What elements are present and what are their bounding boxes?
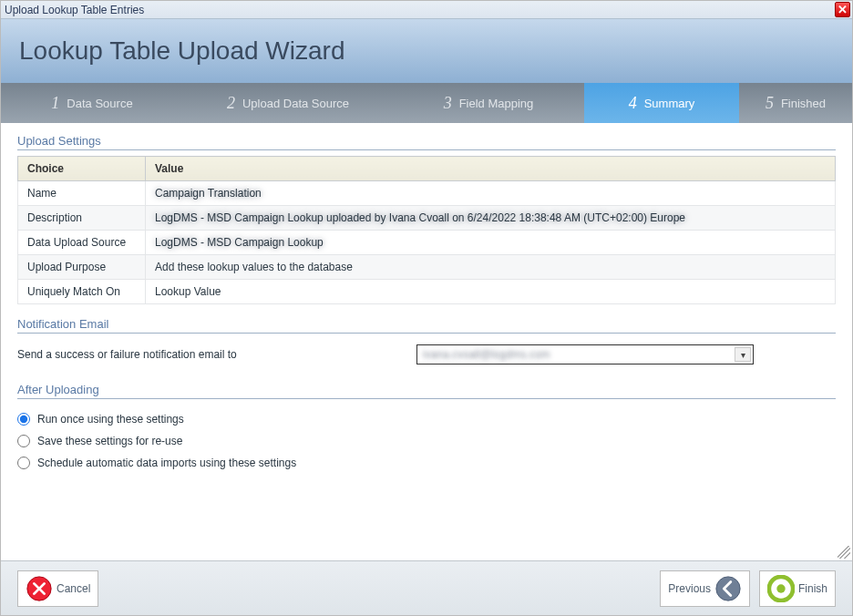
after-uploading-title: After Uploading	[17, 383, 836, 399]
cancel-button[interactable]: Cancel	[17, 570, 98, 607]
notification-label: Send a success or failure notification e…	[17, 348, 237, 361]
wizard-banner: Lookup Table Upload Wizard	[1, 19, 852, 83]
svg-point-3	[776, 584, 785, 592]
wizard-footer: Cancel Previous Finish	[1, 560, 852, 615]
setting-choice: Upload Purpose	[18, 255, 146, 280]
finish-button[interactable]: Finish	[759, 570, 836, 607]
close-icon: ✕	[838, 4, 848, 15]
col-value: Value	[146, 157, 836, 181]
svg-point-1	[716, 576, 740, 600]
setting-choice: Name	[18, 181, 146, 206]
table-row: Uniquely Match OnLookup Value	[18, 280, 836, 304]
arrow-left-icon	[714, 575, 742, 602]
step-data-source[interactable]: 1 Data Source	[1, 83, 183, 123]
setting-choice: Uniquely Match On	[18, 280, 146, 304]
step-label: Finished	[781, 97, 826, 110]
cancel-label: Cancel	[57, 582, 90, 595]
after-uploading-radio[interactable]	[17, 413, 30, 426]
after-uploading-label: Run once using these settings	[37, 413, 184, 426]
wizard-heading: Lookup Table Upload Wizard	[19, 36, 344, 66]
setting-value: LogDMS - MSD Campaign Lookup	[146, 231, 836, 255]
finish-icon	[767, 575, 795, 602]
after-uploading-label: Schedule automatic data imports using th…	[37, 457, 296, 469]
after-uploading-option[interactable]: Schedule automatic data imports using th…	[17, 452, 836, 474]
close-button[interactable]: ✕	[835, 2, 850, 17]
step-summary[interactable]: 4 Summary	[584, 83, 739, 123]
step-number: 5	[766, 94, 774, 113]
setting-value: Lookup Value	[146, 280, 836, 304]
step-number: 4	[629, 94, 637, 113]
titlebar: Upload Lookup Table Entries ✕	[1, 1, 852, 19]
notification-email-value: ivana.cvoall@logdms.com	[423, 348, 731, 361]
step-number: 2	[227, 94, 235, 113]
upload-settings-table: Choice Value NameCampaign TranslationDes…	[17, 156, 836, 304]
step-label: Upload Data Source	[242, 97, 349, 110]
content-area[interactable]: Upload Settings Choice Value NameCampaig…	[1, 123, 852, 560]
step-field-mapping[interactable]: 3 Field Mapping	[393, 83, 584, 123]
step-number: 1	[51, 94, 59, 113]
setting-choice: Data Upload Source	[18, 231, 146, 255]
table-row: NameCampaign Translation	[18, 181, 836, 206]
step-label: Summary	[644, 97, 695, 110]
window-title: Upload Lookup Table Entries	[5, 4, 144, 16]
step-number: 3	[444, 94, 452, 113]
step-finished[interactable]: 5 Finished	[739, 83, 852, 123]
after-uploading-radio[interactable]	[17, 435, 30, 447]
picker-icon: ▾	[741, 350, 745, 360]
table-row: Upload PurposeAdd these lookup values to…	[18, 255, 836, 280]
table-row: Data Upload SourceLogDMS - MSD Campaign …	[18, 231, 836, 255]
email-picker-button[interactable]: ▾	[735, 347, 751, 362]
previous-button[interactable]: Previous	[660, 570, 750, 607]
notification-email-title: Notification Email	[17, 317, 836, 334]
table-row: DescriptionLogDMS - MSD Campaign Lookup …	[18, 206, 836, 231]
finish-label: Finish	[798, 582, 827, 595]
step-upload-data-source[interactable]: 2 Upload Data Source	[183, 83, 393, 123]
step-label: Field Mapping	[459, 97, 534, 110]
resize-grip[interactable]	[838, 546, 850, 559]
after-uploading-options: Run once using these settingsSave these …	[17, 405, 836, 477]
col-choice: Choice	[18, 157, 146, 181]
after-uploading-option[interactable]: Run once using these settings	[17, 408, 836, 430]
upload-settings-title: Upload Settings	[17, 134, 836, 150]
previous-label: Previous	[668, 582, 711, 595]
setting-value: LogDMS - MSD Campaign Lookup uploaded by…	[146, 206, 836, 231]
notification-email-input[interactable]: ivana.cvoall@logdms.com ▾	[416, 344, 754, 364]
setting-value: Campaign Translation	[146, 181, 836, 206]
after-uploading-radio[interactable]	[17, 457, 30, 469]
after-uploading-label: Save these settings for re-use	[37, 435, 182, 447]
setting-choice: Description	[18, 206, 146, 231]
setting-value: Add these lookup values to the database	[146, 255, 836, 280]
after-uploading-option[interactable]: Save these settings for re-use	[17, 430, 836, 452]
wizard-steps: 1 Data Source 2 Upload Data Source 3 Fie…	[1, 83, 852, 123]
step-label: Data Source	[67, 97, 132, 110]
notification-row: Send a success or failure notification e…	[17, 339, 836, 370]
cancel-icon	[26, 575, 53, 602]
